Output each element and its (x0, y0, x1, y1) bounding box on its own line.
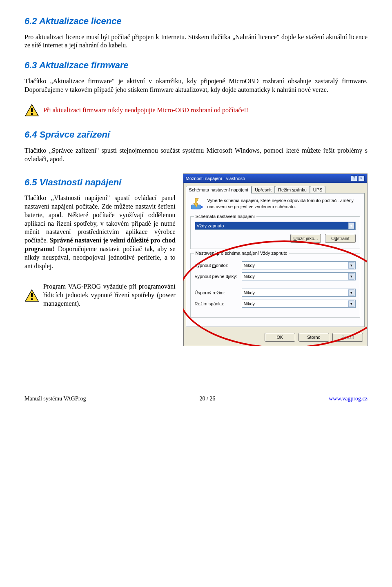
ok-button[interactable]: OK (265, 333, 295, 342)
cancel-button[interactable]: Storno (298, 333, 329, 342)
dialog-panel: Vyberte schéma napájení, které nejvíce o… (186, 193, 365, 327)
group-settings-legend: Nastavení pro schéma napájení Vždy zapnu… (194, 250, 289, 256)
page-footer: Manuál systému VAGProg 20 / 26 www.vagpr… (24, 395, 368, 402)
row-disks: Vypnout pevné disky: Vypnout pevné disky… (195, 272, 356, 280)
svg-rect-7 (201, 206, 203, 208)
tab-schemes[interactable]: Schémata nastavení napájení (186, 186, 252, 193)
chevron-down-icon[interactable]: ▾ (348, 300, 354, 307)
tab-hibernate[interactable]: Režim spánku (275, 186, 310, 193)
group-schemes-legend: Schémata nastavení napájení (194, 213, 257, 219)
svg-rect-5 (31, 298, 33, 300)
warning-icon (24, 104, 39, 117)
group-schemes: Schémata nastavení napájení Vždy zapnuto… (190, 216, 360, 249)
label-disks: Vypnout pevné disky: (195, 273, 242, 279)
warning-icon (24, 289, 39, 302)
row-monitor: Vypnout monitor: Vypnout monitor: Nikdy … (195, 261, 356, 269)
power-options-dialog: Možnosti napájení - vlastnosti ? × Schém… (183, 173, 368, 347)
disks-dropdown[interactable]: Nikdy ▾ (242, 272, 356, 280)
footer-center: 20 / 26 (199, 395, 215, 402)
chevron-down-icon[interactable]: ▾ (348, 289, 354, 296)
close-button[interactable]: × (358, 176, 365, 181)
label-hibernate: Režim spánku: (195, 301, 242, 307)
save-as-button[interactable]: UUložit jako...ložit jako... (290, 234, 321, 243)
monitor-dropdown[interactable]: Nikdy ▾ (242, 261, 356, 269)
dialog-info-text: Vyberte schéma napájení, které nejvíce o… (207, 198, 360, 210)
footer-link[interactable]: www.vagprog.cz (329, 395, 368, 402)
help-button[interactable]: ? (351, 176, 357, 181)
label-standby: Úsporný režim: (195, 290, 242, 296)
power-icon (190, 198, 203, 211)
warning-power-text: Program VAG-PROG vyžaduje při programová… (43, 282, 176, 308)
monitor-value: Nikdy (244, 262, 255, 268)
chevron-down-icon[interactable]: ▾ (348, 273, 354, 280)
hibernate-dropdown[interactable]: Nikdy ▾ (242, 300, 356, 308)
disks-value: Nikdy (244, 273, 255, 279)
dialog-title: Možnosti napájení - vlastnosti (186, 176, 245, 181)
body-6-2: Pro aktualizaci licence musí být počítač… (24, 33, 368, 50)
standby-value: Nikdy (244, 290, 255, 296)
body-6-3: Tlačítko „Aktualizace firmware" je aktiv… (24, 77, 368, 94)
svg-rect-1 (31, 108, 33, 112)
apply-button[interactable]: Použít (332, 333, 363, 342)
standby-dropdown[interactable]: Nikdy ▾ (242, 289, 356, 297)
warning-firmware-text: Při aktualizaci firmware nikdy neodpojuj… (43, 106, 248, 115)
hibernate-value: Nikdy (244, 301, 255, 307)
body-6-5: Tlačítko „Vlastnosti napájení" spustí ov… (24, 194, 176, 270)
body-6-5a: Tlačítko „Vlastnosti napájení" spustí ov… (24, 194, 176, 244)
tabs: Schémata nastavení napájení Upřesnit Rež… (183, 183, 367, 193)
svg-rect-4 (31, 293, 33, 297)
svg-rect-2 (31, 113, 33, 115)
dialog-titlebar[interactable]: Možnosti napájení - vlastnosti ? × (183, 174, 367, 183)
delete-button[interactable]: Odstranit (325, 234, 356, 243)
scheme-dropdown[interactable]: Vždy zapnuto ▾ (195, 222, 356, 230)
heading-6-4: 6.4 Správce zařízení (24, 129, 368, 141)
row-hibernate: Režim spánku: Režim spánku: Nikdy ▾ (195, 300, 356, 308)
group-settings: Nastavení pro schéma napájení Vždy zapnu… (190, 253, 360, 318)
warning-firmware: Při aktualizaci firmware nikdy neodpojuj… (24, 104, 368, 117)
footer-left: Manuál systému VAGProg (24, 395, 86, 402)
scheme-value: Vždy zapnuto (197, 223, 224, 229)
tab-ups[interactable]: UPS (310, 186, 326, 193)
tab-advanced[interactable]: Upřesnit (252, 186, 275, 193)
chevron-down-icon[interactable]: ▾ (348, 262, 354, 269)
chevron-down-icon[interactable]: ▾ (348, 222, 354, 229)
heading-6-5: 6.5 Vlastnosti napájení (24, 177, 176, 189)
body-6-4: Tlačítko „Správce zařízení" spustí stejn… (24, 147, 368, 164)
label-monitor: Vypnout monitor: (195, 262, 242, 268)
dialog-buttons: OK Storno Použít Použít (183, 329, 367, 346)
row-standby: Úsporný režim: Nikdy ▾ (195, 289, 356, 297)
heading-6-2: 6.2 Aktualizace licence (24, 16, 368, 27)
warning-power: Program VAG-PROG vyžaduje při programová… (24, 282, 176, 308)
heading-6-3: 6.3 Aktualizace firmware (24, 60, 368, 71)
